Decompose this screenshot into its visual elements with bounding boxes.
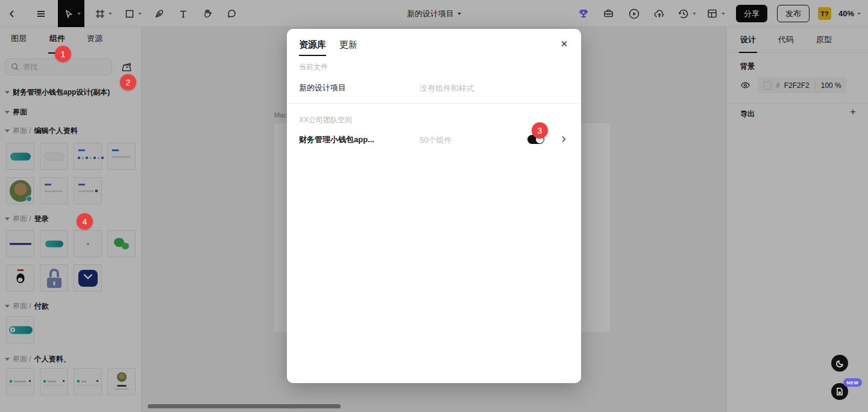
library-row-team-library[interactable]: 财务管理小钱包app... 50个组件 xyxy=(299,134,569,146)
library-name: 新的设计项目 xyxy=(299,83,346,93)
library-dialog: 资源库 更新 ✕ 当前文件 新的设计项目 没有组件和样式 XX公司团队空间 财务… xyxy=(287,29,581,383)
current-file-label: 当前文件 xyxy=(299,62,328,72)
library-name: 财务管理小钱包app... xyxy=(299,134,374,145)
design-app: 新的设计项目 xyxy=(0,0,868,412)
tab-updates[interactable]: 更新 xyxy=(339,39,357,51)
step-badge-2: 2 xyxy=(120,74,136,90)
close-button[interactable]: ✕ xyxy=(558,38,570,50)
moon-icon xyxy=(835,359,844,368)
document-icon xyxy=(835,387,844,396)
step-badge-1: 1 xyxy=(55,46,71,62)
team-space-label: XX公司团队空间 xyxy=(299,115,352,125)
new-feature-badge: NEW xyxy=(843,378,862,387)
tab-library[interactable]: 资源库 xyxy=(299,39,326,51)
step-badge-3: 3 xyxy=(532,122,548,139)
library-meta: 没有组件和样式 xyxy=(420,83,474,94)
close-icon: ✕ xyxy=(561,39,568,49)
dialog-tabs: 资源库 更新 xyxy=(299,39,357,51)
chevron-right-icon[interactable] xyxy=(559,135,568,143)
dialog-divider xyxy=(287,103,581,104)
theme-toggle-button[interactable] xyxy=(831,355,848,372)
library-row-current-file[interactable]: 新的设计项目 没有组件和样式 xyxy=(299,82,569,94)
library-meta: 50个组件 xyxy=(420,135,451,146)
step-badge-4: 4 xyxy=(77,213,93,229)
